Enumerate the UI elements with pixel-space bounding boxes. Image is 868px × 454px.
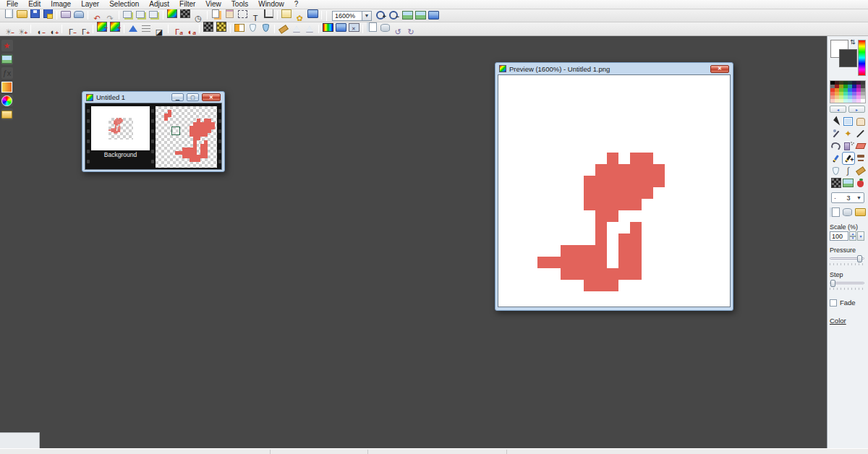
- hue-strip[interactable]: [858, 40, 866, 76]
- chalk-tool[interactable]: [855, 165, 867, 176]
- open-file-icon[interactable]: [16, 9, 27, 20]
- background-layer-thumbnail[interactable]: [91, 106, 150, 150]
- berry-tool[interactable]: [855, 177, 867, 189]
- dither-dark-icon[interactable]: [203, 21, 214, 33]
- white-balance-icon[interactable]: [234, 22, 245, 33]
- stamp-tool[interactable]: [855, 153, 867, 164]
- copy-icon[interactable]: [210, 9, 222, 20]
- rotate-right-icon[interactable]: ↻: [405, 26, 417, 38]
- pressure-slider[interactable]: [830, 255, 864, 262]
- export-layer-icon[interactable]: [135, 9, 147, 21]
- menu-tools[interactable]: Tools: [226, 0, 253, 9]
- eyedropper-tool[interactable]: [830, 128, 842, 140]
- document-window[interactable]: Untitled 1 ▁ ▢ ✕ Background: [82, 91, 225, 172]
- scale-dropdown-button[interactable]: ▼: [857, 231, 864, 241]
- paste-icon[interactable]: [224, 8, 235, 20]
- minimize-button[interactable]: ▁: [171, 93, 184, 101]
- pattern-tool[interactable]: [830, 177, 842, 189]
- blue-screen-icon[interactable]: [335, 22, 346, 33]
- invert-icon[interactable]: ◪: [153, 26, 165, 38]
- menu-selection[interactable]: Selection: [104, 0, 144, 9]
- fit-window-icon[interactable]: [414, 9, 426, 21]
- triangle-soft-icon[interactable]: [291, 22, 302, 34]
- layer-frame-current[interactable]: [156, 106, 217, 168]
- pressure-slider-thumb[interactable]: [857, 255, 862, 262]
- brush-size-select[interactable]: · 3 ▼: [831, 192, 864, 203]
- brush-size-dropdown-icon[interactable]: ▼: [856, 195, 861, 200]
- color-wheel-icon[interactable]: [1, 95, 13, 106]
- brush-tool[interactable]: [830, 153, 842, 164]
- preview-close-button[interactable]: ✕: [710, 65, 729, 73]
- fade-checkbox[interactable]: [830, 299, 837, 307]
- levels-icon[interactable]: [140, 22, 152, 34]
- lasso-tool[interactable]: [830, 140, 842, 152]
- scan-icon[interactable]: [73, 9, 85, 20]
- rotate-left-icon[interactable]: ↺: [392, 26, 404, 38]
- menu-adjust[interactable]: Adjust: [144, 0, 174, 9]
- auto-gamma-icon[interactable]: Γa: [171, 26, 183, 38]
- menu-view[interactable]: View: [200, 0, 226, 9]
- blur-tool[interactable]: [830, 165, 842, 176]
- menu-filter[interactable]: Filter: [174, 0, 200, 9]
- auto-contrast-icon[interactable]: ◐a: [184, 26, 196, 38]
- brightness-plus-icon[interactable]: ☀+: [16, 26, 27, 38]
- select-rect-icon[interactable]: [237, 9, 248, 20]
- zoom-level-combo[interactable]: 1600% ▼: [332, 11, 372, 21]
- preview-titlebar[interactable]: Preview (1600%) - Untitled 1.png ✕: [498, 63, 731, 74]
- dither-gold-icon[interactable]: [216, 21, 227, 33]
- zoom-dropdown-arrow-icon[interactable]: ▼: [362, 11, 372, 21]
- fullscreen-icon[interactable]: [427, 9, 439, 21]
- brush-pages-icon[interactable]: [830, 206, 840, 218]
- palette-swatch-47[interactable]: [861, 99, 865, 103]
- selection-marker[interactable]: [171, 127, 180, 135]
- document-titlebar[interactable]: Untitled 1 ▁ ▢ ✕: [85, 92, 222, 103]
- step-slider-thumb[interactable]: [830, 280, 835, 287]
- sharpen-drop-icon[interactable]: [260, 22, 271, 33]
- scale-input[interactable]: 100: [830, 231, 848, 241]
- export-folder-icon[interactable]: [1, 108, 13, 120]
- triangle-hard-icon[interactable]: [304, 22, 315, 34]
- smudge-tool[interactable]: ∫: [843, 165, 854, 176]
- gamma-plus-icon[interactable]: Γ+: [78, 26, 90, 38]
- brush-open-icon[interactable]: [855, 206, 866, 218]
- brush-stack-icon[interactable]: [843, 206, 852, 218]
- gradient-panel-icon[interactable]: [1, 81, 13, 93]
- browse-files-icon[interactable]: [281, 8, 292, 20]
- close-button[interactable]: ✕: [202, 93, 221, 101]
- layer-frame-background[interactable]: Background: [91, 106, 150, 167]
- brightness-minus-icon[interactable]: ☀−: [3, 26, 14, 38]
- menu-file[interactable]: File: [1, 0, 23, 9]
- image-browser-icon[interactable]: [1, 53, 13, 65]
- pen-plus-tool[interactable]: [843, 153, 854, 164]
- print-icon[interactable]: [60, 9, 72, 20]
- close-screen-icon[interactable]: [348, 22, 359, 33]
- magic-wand-tool[interactable]: ✦: [843, 128, 854, 140]
- menu-image[interactable]: Image: [46, 0, 76, 9]
- color-link[interactable]: Color: [830, 317, 846, 325]
- spray-tool[interactable]: [843, 140, 854, 152]
- photo-brush-tool[interactable]: [843, 177, 854, 189]
- pointer-tool[interactable]: [830, 116, 842, 127]
- swap-colors-icon[interactable]: ⇄: [849, 39, 856, 45]
- step-slider[interactable]: [830, 280, 864, 287]
- contrast-plus-icon[interactable]: ◐+: [47, 26, 59, 38]
- menu-edit[interactable]: Edit: [23, 0, 46, 9]
- favorites-icon[interactable]: ★: [1, 40, 13, 51]
- rgb-screen-icon[interactable]: [322, 22, 333, 33]
- saturation-minus-icon[interactable]: −: [96, 21, 108, 33]
- fit-image-icon[interactable]: [401, 9, 413, 21]
- menu-window[interactable]: Window: [253, 0, 289, 9]
- import-layer-icon[interactable]: [122, 9, 134, 21]
- background-color-swatch[interactable]: [839, 49, 857, 67]
- select-tool[interactable]: [843, 116, 854, 127]
- new-view-icon[interactable]: [307, 8, 318, 20]
- palette-next-button[interactable]: ▸: [848, 106, 865, 113]
- scale-spin-down-button[interactable]: ▼: [849, 236, 856, 241]
- zoom-level-value[interactable]: 1600%: [332, 11, 362, 21]
- preview-window[interactable]: Preview (1600%) - Untitled 1.png ✕: [495, 62, 733, 311]
- maximize-button[interactable]: ▢: [187, 93, 199, 101]
- menu-[interactable]: ?: [289, 0, 304, 9]
- smooth-icon[interactable]: [278, 23, 289, 35]
- cylinder-icon[interactable]: [379, 22, 391, 33]
- effects-icon[interactable]: ƒx: [1, 67, 13, 79]
